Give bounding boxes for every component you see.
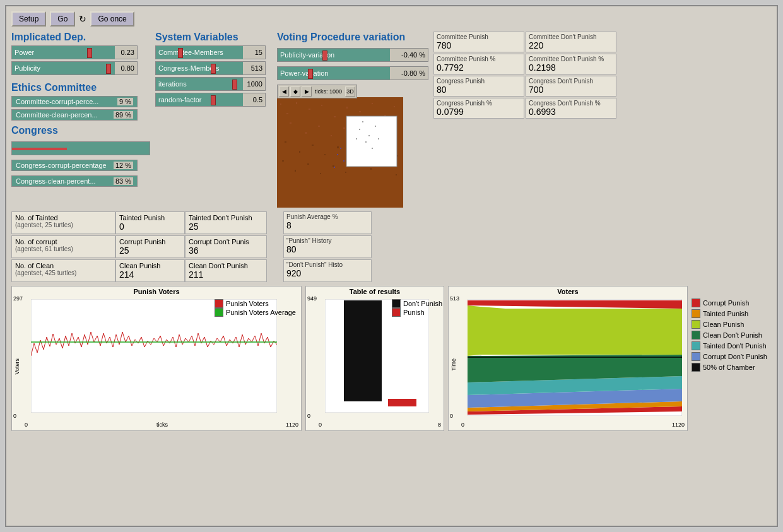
svg-rect-43 [334, 167, 335, 168]
clean-percen-btn[interactable]: Committee-clean-percen... 89 % [11, 109, 138, 121]
power-variation-value: -0.80 % [390, 67, 428, 80]
setup-button[interactable]: Setup [11, 11, 46, 27]
svg-rect-9 [372, 103, 373, 104]
dont-punish-legend-black [392, 299, 401, 308]
results-y-max: 949 [307, 295, 317, 302]
map-wrapper: ◀ ◆ ▶ ticks: 1000 3D [277, 85, 403, 208]
power-variation-slider[interactable]: Power-variation -0.80 % [277, 66, 428, 80]
results-title: Table of results [306, 288, 444, 295]
clean-percen-label: Committee-clean-percen... [16, 111, 98, 119]
congress-punish-value: 80 [437, 85, 521, 95]
tainted-dont-punish-value: 25 [189, 222, 263, 232]
map-right-btn[interactable]: ▶ [302, 86, 312, 97]
punish-y-label: Voters [14, 358, 20, 375]
svg-rect-36 [345, 172, 346, 173]
legend-50pct: 50% of Chamber [692, 363, 767, 372]
legend-corrupt-dont-punish-color [692, 352, 700, 361]
voting-procedure-title: Voting Procedure variation [277, 32, 428, 43]
svg-rect-41 [340, 148, 341, 149]
punish-y-min: 0 [13, 413, 16, 419]
punish-voters-legend-red-label: Punish Voters [226, 300, 269, 307]
svg-rect-46 [337, 154, 338, 155]
legend-tainted-punish-color [692, 309, 700, 318]
publicity-slider[interactable]: Publicity 0.80 [11, 61, 138, 75]
publicity-variation-value: -0.40 % [390, 49, 428, 61]
random-factor-value: 0.5 [243, 93, 265, 106]
punish-avg-box: Punish Average % 8 [283, 211, 372, 234]
map-ticks: ticks: 1000 [313, 86, 344, 97]
congress-members-slider[interactable]: Congress-Members 513 [155, 61, 266, 75]
iterations-slider[interactable]: iterations 1000 [155, 77, 266, 91]
legend-clean-punish-label: Clean Punish [703, 321, 744, 328]
data-charts-row: No. of Tainted (agentset, 25 turtles) Ta… [11, 211, 772, 282]
tainted-punish-cell: Tainted Punish 0 [115, 211, 185, 234]
congress-punish-pct-label: Congress Punish % [437, 100, 521, 107]
voters-chart-wrapper: Voters 513 0 0 1120 Time [448, 286, 772, 431]
random-factor-slider[interactable]: random-factor 0.5 [155, 93, 266, 107]
results-legend: Don't Punish Punish [392, 299, 442, 317]
congress-dont-punish-value: 700 [529, 85, 613, 95]
svg-rect-11 [394, 106, 395, 107]
congress-corrupt-btn[interactable]: Congress-corrupt-percentage 12 % [11, 160, 138, 171]
svg-rect-3 [296, 102, 297, 104]
map-pan-btn[interactable]: ◆ [290, 86, 300, 97]
svg-rect-13 [305, 132, 307, 134]
congress-dont-punish-pct-box: Congress Don't Punish % 0.6993 [526, 98, 616, 119]
punish-avg-label: Punish Average % [286, 213, 368, 220]
committee-dont-punish-pct-value: 0.2198 [529, 62, 613, 73]
punish-legend-red [392, 308, 401, 317]
tainted-punish-value: 0 [119, 222, 181, 232]
go-once-button[interactable]: Go once [90, 11, 134, 27]
legend-clean-dont-punish: Clean Don't Punish [692, 331, 767, 340]
tainted-dont-punish-cell: Tainted Don't Punish 25 [185, 211, 267, 234]
punish-stats-wrapper: Punish Average % 8 "Punish" History 80 "… [283, 211, 372, 282]
congress-punish-pct-value: 0.0799 [437, 107, 521, 117]
corrupt-perce-btn[interactable]: Committee-corrupt-perce... 9 % [11, 96, 138, 107]
congress-dont-punish-pct-value: 0.6993 [529, 107, 613, 117]
publicity-variation-slider[interactable]: Publicity-variation -0.40 % [277, 48, 428, 62]
power-slider[interactable]: Power 0.23 [11, 45, 138, 59]
results-y-min: 0 [307, 413, 310, 419]
svg-rect-8 [359, 111, 361, 112]
legend-clean-dont-punish-label: Clean Don't Punish [703, 331, 762, 339]
congress-punish-box: Congress Punish 80 [433, 76, 524, 97]
legend-clean-dont-punish-color [692, 331, 700, 340]
legend-corrupt-punish-color [692, 299, 700, 307]
committee-members-label: Committee-Members [156, 49, 243, 56]
go-refresh-icon: ↻ [79, 14, 86, 24]
clean-sub: (agentset, 425 turtles) [15, 269, 112, 276]
corrupt-punish-cell: Corrupt Punish 25 [115, 235, 185, 258]
committee-members-slider[interactable]: Committee-Members 15 [155, 45, 266, 59]
legend-corrupt-dont-punish: Corrupt Don't Punish [692, 352, 767, 361]
clean-dont-punish-value: 211 [189, 269, 263, 280]
svg-rect-12 [290, 122, 291, 124]
map-zoom-btn[interactable]: ◀ [279, 86, 289, 97]
svg-rect-21 [285, 141, 286, 143]
tainted-info: No. of Tainted (agentset, 25 turtles) [11, 211, 115, 234]
go-button[interactable]: Go [50, 11, 75, 27]
congress-corrupt-value: 12 % [114, 162, 133, 169]
publicity-label: Publicity [12, 64, 115, 72]
map-canvas[interactable] [277, 97, 403, 208]
congress-clean-label: Congress-clean-percent... [16, 177, 96, 185]
voting-map-section: Voting Procedure variation Publicity-var… [277, 32, 428, 208]
committee-punish-pct-value: 0.7792 [437, 62, 521, 73]
map-3d-btn[interactable]: 3D [345, 86, 355, 97]
main-container: Setup Go ↻ Go once Implicated Dep. Power… [5, 5, 778, 527]
power-label: Power [12, 49, 115, 56]
table-row-1: No. of Tainted (agentset, 25 turtles) Ta… [11, 211, 267, 234]
svg-rect-4 [309, 109, 310, 110]
svg-rect-31 [282, 160, 284, 162]
congress-dont-punish-box: Congress Don't Punish 700 [526, 76, 616, 97]
ethics-committee-section: Ethics Committee Committee-corrupt-perce… [11, 82, 150, 122]
punish-x-label: ticks [156, 422, 168, 428]
congress-clean-btn[interactable]: Congress-clean-percent... 83 % [11, 175, 138, 187]
publicity-value: 0.80 [115, 62, 137, 74]
svg-rect-32 [295, 170, 296, 172]
svg-rect-14 [318, 126, 320, 127]
content-area: Implicated Dep. Power 0.23 Publicity 0.8… [11, 32, 772, 208]
clean-dont-punish-cell: Clean Don't Punish 211 [185, 259, 267, 282]
map-toolbar: ◀ ◆ ▶ ticks: 1000 3D [277, 85, 357, 98]
corrupt-perce-value: 9 % [117, 98, 133, 105]
congress-corrupt-label: Congress-corrupt-percentage [16, 162, 107, 169]
